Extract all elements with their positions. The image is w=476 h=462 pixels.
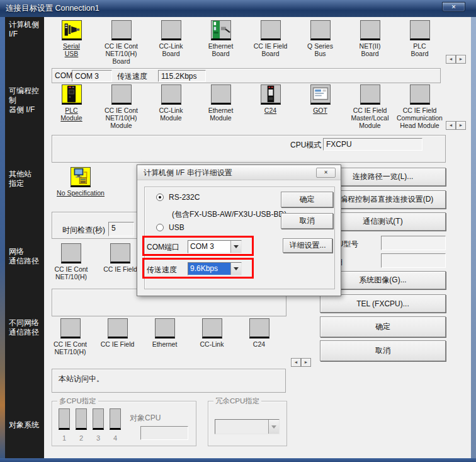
dropdown-arrow-icon — [234, 267, 239, 270]
device-ethernet-board[interactable]: Ethernet Board — [196, 20, 246, 65]
device-cc-link-module[interactable]: CC-Link Module — [146, 84, 196, 129]
c24-icon[interactable] — [249, 318, 269, 338]
c24-icon[interactable] — [261, 84, 281, 105]
ethernet-board-label: Ethernet Board — [208, 42, 234, 57]
rs232c-radio-row[interactable]: RS-232C — [156, 193, 200, 202]
multi-cpu-title: 多CPU指定 — [57, 396, 98, 406]
redundant-cpu-value — [215, 420, 268, 434]
target-cpu-value — [140, 426, 188, 440]
cpu-mode-label: CPU模式 — [290, 140, 321, 151]
ethernet-module-icon[interactable] — [211, 84, 231, 105]
device-cc-ie-field-board[interactable]: CC IE Field Board — [246, 20, 295, 65]
device-cc-ie-cont-module[interactable]: CC IE Cont NET/10(H) Module — [96, 84, 146, 129]
dropdown-button — [268, 420, 279, 434]
device-serial-usb[interactable]: Serial USB — [47, 20, 96, 65]
cc-link-board-icon[interactable] — [161, 20, 181, 40]
tel-button[interactable]: TEL (FXCPU)... — [320, 294, 446, 313]
cc-ie-cont-module-icon[interactable] — [111, 84, 132, 105]
device-cc-ie-cont-net[interactable]: CC IE Cont NET/10(H) — [47, 243, 96, 280]
cc-ie-field-master-icon[interactable] — [360, 84, 380, 105]
rs232c-radio-icon[interactable] — [156, 193, 164, 201]
device-q-series-bus[interactable]: Q Series Bus — [295, 20, 345, 65]
status-box: 本站访问中。 — [52, 369, 286, 393]
device-c24[interactable]: C24 — [246, 84, 295, 129]
ethernet-module-label: Ethernet Module — [208, 107, 234, 122]
cc-ie-field-label: CC IE Field — [103, 265, 137, 273]
window-frame-bottom — [0, 458, 476, 462]
plc-module-icon[interactable] — [62, 84, 82, 105]
other-station-row: No Specification — [43, 167, 118, 197]
redundant-cpu-dropdown — [215, 419, 280, 434]
got-icon[interactable] — [310, 84, 331, 105]
device-cc-ie-field-comm-head[interactable]: CC IE Field Communication Head Module — [395, 84, 445, 129]
net2-board-icon[interactable] — [360, 20, 380, 40]
cc-link-label: CC-Link — [200, 340, 224, 348]
ethernet-board-icon[interactable] — [211, 20, 231, 40]
q-series-bus-label: Q Series Bus — [307, 42, 333, 57]
target-cpu-label: 对象CPU — [130, 413, 161, 424]
dropdown-button[interactable] — [230, 241, 241, 253]
scroll-right-icon[interactable]: ► — [456, 55, 466, 64]
cc-ie-cont-net-icon[interactable] — [61, 243, 81, 263]
cc-ie-cont-net-icon[interactable] — [60, 318, 81, 338]
scroll-left-icon[interactable]: ◄ — [291, 358, 301, 367]
device-net2-board[interactable]: NET(II) Board — [345, 20, 395, 65]
device-plc-board[interactable]: PLC Board — [395, 20, 445, 65]
cc-ie-field-board-icon[interactable] — [261, 20, 281, 40]
cc-ie-cont-net-label: CC IE Cont NET/10(H) — [54, 340, 87, 355]
diff-network-scroll: ◄► — [291, 357, 311, 367]
device-no-specification[interactable]: No Specification — [43, 167, 118, 197]
speed-dropdown[interactable]: 9.6Kbps — [188, 262, 242, 275]
plc-side-scroll: ◄► — [446, 120, 466, 130]
dialog-close-button[interactable]: ✕ — [316, 168, 336, 178]
redundant-cpu-group: 冗余CPU指定 — [208, 401, 287, 446]
device-cc-ie-field[interactable]: CC IE Field — [94, 318, 141, 355]
serial-detail-dialog: 计算机侧 I/F 串行详细设置 ✕ RS-232C (包含FX-USB-AW/F… — [137, 165, 341, 296]
q-series-bus-icon[interactable] — [310, 20, 331, 40]
cc-ie-cont-board-icon[interactable] — [111, 20, 132, 40]
device-cc-ie-field-master[interactable]: CC IE Field Master/Local Module — [345, 84, 395, 129]
dialog-ok-button[interactable]: 确定 — [281, 192, 333, 207]
usb-radio-icon[interactable] — [156, 224, 164, 231]
cc-ie-field-icon[interactable] — [110, 243, 130, 263]
time-check-value: 5 — [108, 222, 134, 236]
window-close-button[interactable]: ✕ — [442, 2, 465, 12]
scroll-right-icon[interactable]: ► — [456, 121, 466, 130]
device-cc-ie-cont-net[interactable]: CC IE Cont NET/10(H) — [47, 318, 94, 355]
window-titlebar: 连接目标设置 Connection1 — [0, 0, 476, 17]
ok-button[interactable]: 确定 — [320, 316, 446, 337]
cc-ie-field-comm-head-icon[interactable] — [410, 84, 430, 105]
rs232c-radio-label: RS-232C — [169, 193, 200, 202]
cpu-slot-3-icon[interactable] — [93, 408, 104, 430]
cc-ie-field-icon[interactable] — [108, 318, 128, 338]
dialog-detail-setting-button[interactable]: 详细设置... — [283, 238, 332, 253]
c24-label: C24 — [264, 107, 276, 114]
plc-board-icon[interactable] — [410, 20, 430, 40]
usb-radio-row[interactable]: USB — [156, 223, 184, 232]
device-c24[interactable]: C24 — [235, 318, 283, 355]
device-plc-module[interactable]: PLC Module — [47, 84, 96, 129]
device-cc-link-board[interactable]: CC-Link Board — [146, 20, 196, 65]
device-ethernet[interactable]: Ethernet — [141, 318, 188, 355]
ethernet-icon[interactable] — [155, 318, 175, 338]
dropdown-button[interactable] — [230, 263, 241, 275]
scroll-right-icon[interactable]: ► — [301, 358, 311, 367]
cpu-slot-2-icon[interactable] — [76, 408, 87, 430]
cancel-button[interactable]: 取消 — [320, 340, 446, 361]
cpu-slot-4-icon[interactable] — [110, 408, 121, 430]
device-ethernet-module[interactable]: Ethernet Module — [196, 84, 246, 129]
serial-usb-icon[interactable] — [62, 20, 82, 40]
cc-link-module-icon[interactable] — [161, 84, 181, 105]
multi-cpu-slots — [59, 408, 121, 430]
com-port-dropdown[interactable]: COM 3 — [188, 240, 242, 253]
device-cc-ie-cont-board[interactable]: CC IE Cont NET/10(H) Board — [96, 20, 146, 65]
scroll-left-icon[interactable]: ◄ — [446, 121, 456, 130]
no-specification-icon[interactable] — [71, 167, 91, 187]
cpu-slot-1-icon[interactable] — [59, 408, 70, 430]
device-got[interactable]: GOT — [295, 84, 345, 129]
time-check-label: 时间检查(秒) — [62, 225, 105, 236]
device-cc-link[interactable]: CC-Link — [188, 318, 235, 355]
dialog-cancel-button[interactable]: 取消 — [281, 213, 333, 229]
cc-link-icon[interactable] — [202, 318, 222, 338]
scroll-left-icon[interactable]: ◄ — [446, 55, 456, 64]
